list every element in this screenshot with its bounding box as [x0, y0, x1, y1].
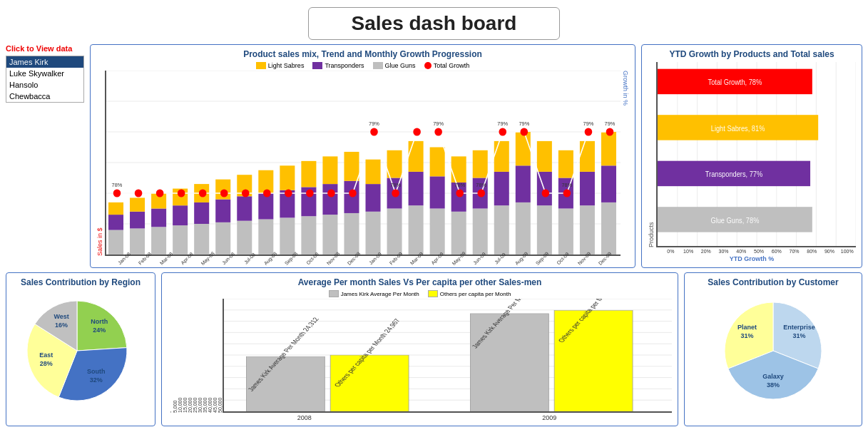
svg-point-88 — [135, 189, 143, 197]
svg-text:Glue Guns, 78%: Glue Guns, 78% — [710, 216, 759, 225]
main-chart-legend: Light SabresTranspondersGlue GunsTotal G… — [96, 62, 629, 69]
svg-rect-68 — [494, 205, 509, 255]
ytd-x-label: 30% — [715, 249, 732, 254]
svg-rect-20 — [151, 227, 166, 255]
svg-point-98 — [349, 189, 357, 197]
legend-item: Total Growth — [424, 62, 470, 69]
legend-item: Glue Guns — [373, 62, 416, 69]
person-item[interactable]: Hansolo — [6, 79, 83, 91]
svg-text:38%: 38% — [767, 381, 780, 389]
avg-chart-area: James Kirk Average Per Month 24,312Other… — [223, 299, 672, 413]
svg-text:Transponders,
77%: Transponders, 77% — [705, 170, 763, 179]
svg-text:79%: 79% — [369, 120, 379, 127]
svg-point-95 — [285, 189, 292, 197]
ytd-x-label: 10% — [680, 249, 698, 254]
ytd-x-label: 80% — [803, 249, 821, 254]
svg-text:South: South — [87, 368, 106, 375]
ytd-x-label: 60% — [767, 249, 785, 254]
svg-rect-74 — [537, 205, 552, 255]
svg-rect-65 — [473, 209, 488, 255]
svg-rect-21 — [151, 209, 166, 227]
y-axis-right-label: Growth in % — [622, 71, 629, 256]
svg-rect-24 — [173, 205, 188, 225]
svg-point-112 — [521, 128, 529, 135]
svg-point-117 — [585, 128, 593, 135]
click-to-view-label: Click to View data — [6, 44, 84, 53]
svg-rect-85 — [601, 132, 616, 165]
avg-y-label: 15,000 — [183, 299, 188, 413]
ytd-x-label: 0% — [662, 249, 680, 254]
svg-rect-50 — [366, 212, 381, 255]
svg-rect-38 — [280, 217, 295, 255]
svg-point-114 — [542, 189, 550, 197]
svg-text:32%: 32% — [90, 376, 103, 384]
svg-text:79%: 79% — [433, 120, 444, 127]
svg-text:16%: 16% — [55, 322, 68, 329]
svg-rect-60 — [430, 176, 445, 208]
svg-rect-84 — [601, 165, 616, 202]
svg-rect-76 — [537, 141, 552, 172]
avg-y-label: 20,000 — [188, 299, 193, 413]
avg-y-label: 5,000 — [173, 299, 178, 413]
svg-rect-83 — [601, 202, 616, 255]
svg-rect-43 — [301, 161, 316, 187]
svg-rect-18 — [130, 212, 145, 229]
svg-rect-52 — [366, 160, 381, 184]
svg-point-108 — [477, 189, 485, 197]
person-item[interactable]: Chewbacca — [6, 91, 83, 102]
svg-rect-56 — [409, 205, 424, 255]
ytd-y-label: Products — [648, 62, 655, 247]
svg-text:79%: 79% — [497, 120, 508, 127]
avg-y-label: 30,000 — [198, 299, 203, 413]
person-item[interactable]: Luke Skywalker — [6, 68, 83, 79]
svg-text:North: North — [91, 318, 108, 325]
legend-item: Light Sabres — [256, 62, 305, 69]
svg-point-94 — [263, 189, 271, 197]
svg-rect-57 — [409, 172, 424, 205]
svg-text:79%: 79% — [605, 120, 616, 127]
svg-rect-36 — [258, 193, 273, 220]
svg-rect-58 — [409, 141, 424, 172]
avg-x-labels: 20082009 — [168, 414, 672, 421]
svg-rect-73 — [516, 132, 531, 165]
svg-text:Planet: Planet — [737, 324, 757, 331]
svg-rect-81 — [580, 172, 595, 205]
svg-text:31%: 31% — [740, 332, 753, 339]
svg-rect-72 — [516, 165, 531, 202]
svg-rect-69 — [494, 172, 509, 205]
svg-rect-17 — [130, 228, 145, 255]
region-chart-panel: Sales Contribution by Region North24%Sou… — [6, 272, 155, 426]
ytd-x-label: 50% — [750, 249, 768, 254]
svg-rect-47 — [344, 213, 359, 255]
svg-rect-61 — [430, 148, 445, 177]
svg-rect-32 — [237, 221, 252, 255]
svg-rect-51 — [366, 184, 381, 212]
svg-text:31%: 31% — [793, 332, 806, 339]
avg-chart-panel: Average Per month Sales Vs Per capita pe… — [161, 272, 678, 426]
avg-chart-title: Average Per month Sales Vs Per capita pe… — [168, 277, 672, 287]
svg-text:24%: 24% — [93, 327, 106, 334]
page-title: Sales dash board — [352, 12, 517, 34]
svg-point-91 — [199, 189, 207, 197]
svg-point-97 — [327, 189, 335, 197]
svg-point-92 — [220, 189, 228, 197]
person-item[interactable]: James Kirk — [6, 56, 83, 68]
svg-rect-49 — [344, 152, 359, 181]
svg-rect-41 — [301, 216, 316, 255]
svg-rect-53 — [387, 209, 402, 255]
svg-text:28%: 28% — [40, 360, 53, 367]
svg-rect-14 — [108, 230, 123, 255]
svg-rect-80 — [580, 205, 595, 255]
avg-y-label: - — [168, 299, 173, 413]
avg-x-label: 2009 — [427, 414, 673, 421]
ytd-chart-panel: YTD Growth by Products and Total sales P… — [641, 44, 862, 268]
legend-item: Transponders — [312, 62, 364, 69]
customer-chart-panel: Sales Contribution by Customer Enterpris… — [684, 272, 862, 426]
svg-rect-70 — [494, 141, 509, 172]
svg-rect-62 — [451, 212, 466, 255]
svg-rect-16 — [108, 202, 123, 215]
svg-point-99 — [370, 128, 378, 135]
svg-rect-23 — [173, 225, 188, 255]
main-chart-title: Product sales mix, Trend and Monthly Gro… — [96, 49, 629, 59]
main-chart-panel: Product sales mix, Trend and Monthly Gro… — [90, 44, 635, 268]
